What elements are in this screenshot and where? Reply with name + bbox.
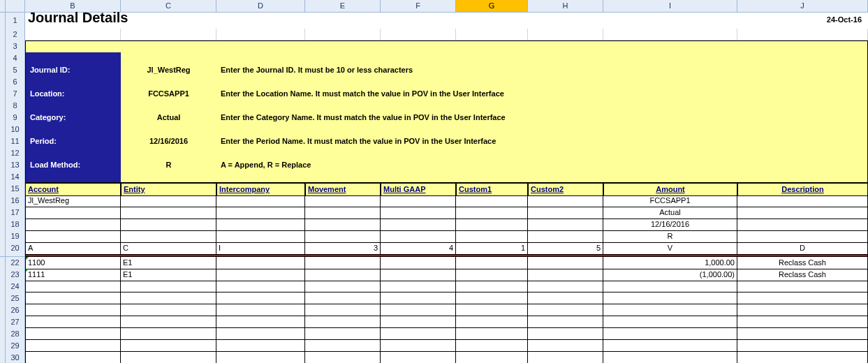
- cell-I22[interactable]: 1,000.00: [603, 257, 737, 269]
- row-30[interactable]: 30: [0, 352, 868, 363]
- cell-I19[interactable]: R: [603, 230, 737, 243]
- cell-J23[interactable]: Reclass Cash: [737, 269, 868, 281]
- cell-B22[interactable]: 1100: [25, 257, 121, 269]
- rowhdr-29[interactable]: 29: [6, 340, 25, 353]
- cell-I17[interactable]: Actual: [603, 207, 737, 219]
- row-16[interactable]: 16 Jl_WestReg FCCSAPP1: [0, 195, 868, 207]
- rowhdr-23[interactable]: 23: [6, 269, 25, 281]
- cell-C16[interactable]: [121, 195, 216, 207]
- row-3[interactable]: 3: [0, 40, 868, 52]
- row-15[interactable]: 15 Account Entity Intercompany Movement …: [0, 183, 868, 195]
- col-I[interactable]: I: [603, 0, 737, 13]
- row-22[interactable]: 22 1100 E1 1,000.00 Reclass Cash: [0, 257, 868, 269]
- row-1[interactable]: 1 Journal Details 24-Oct-16: [0, 12, 868, 29]
- load-method-value[interactable]: R: [121, 159, 216, 171]
- rowhdr-14[interactable]: 14: [6, 171, 25, 184]
- cell-J22[interactable]: Reclass Cash: [737, 257, 868, 269]
- rowhdr-4[interactable]: 4: [6, 52, 25, 65]
- col-G[interactable]: G: [456, 0, 528, 13]
- rowhdr-2[interactable]: 2: [6, 29, 25, 41]
- row-17[interactable]: 17 Actual: [0, 207, 868, 218]
- rowhdr-26[interactable]: 26: [6, 304, 25, 317]
- row-12[interactable]: 12: [0, 147, 868, 159]
- rowhdr-30[interactable]: 30: [6, 352, 25, 363]
- rowhdr-13[interactable]: 13: [6, 159, 25, 172]
- cell-B20[interactable]: A: [25, 242, 121, 255]
- row-5[interactable]: 5 Journal ID: Jl_WestReg Enter the Journ…: [0, 64, 868, 76]
- rowhdr-6[interactable]: 6: [6, 76, 25, 89]
- col-C[interactable]: C: [121, 0, 216, 13]
- cell-F16[interactable]: [381, 195, 456, 207]
- row-9[interactable]: 9 Category: Actual Enter the Category Na…: [0, 112, 868, 124]
- journal-id-value[interactable]: Jl_WestReg: [121, 64, 216, 76]
- location-value[interactable]: FCCSAPP1: [121, 88, 216, 100]
- cell-H20[interactable]: 5: [528, 242, 603, 255]
- rowhdr-16[interactable]: 16: [6, 195, 25, 207]
- rowhdr-3[interactable]: 3: [6, 40, 25, 53]
- row-26[interactable]: 26: [0, 304, 868, 316]
- row-29[interactable]: 29: [0, 340, 868, 352]
- col-D[interactable]: D: [216, 0, 305, 13]
- cell-F20[interactable]: 4: [381, 242, 456, 255]
- row-18[interactable]: 18 12/16/2016: [0, 218, 868, 230]
- cell-D16[interactable]: [216, 195, 305, 207]
- rowhdr-11[interactable]: 11: [6, 135, 25, 148]
- rowhdr-20[interactable]: 20: [6, 242, 25, 255]
- cell-E16[interactable]: [305, 195, 381, 207]
- col-J[interactable]: J: [737, 0, 868, 13]
- rowhdr-10[interactable]: 10: [6, 124, 25, 136]
- period-value[interactable]: 12/16/2016: [121, 135, 216, 147]
- cell-I20[interactable]: V: [603, 242, 737, 255]
- row-24[interactable]: 24: [0, 281, 868, 292]
- cell-B23[interactable]: 1111: [25, 269, 121, 281]
- row-20[interactable]: 20 A C I 3 4 1 5 V D: [0, 242, 868, 254]
- cell-I16[interactable]: FCCSAPP1: [603, 195, 737, 207]
- row-14[interactable]: 14: [0, 171, 868, 183]
- rowhdr-12[interactable]: 12: [6, 147, 25, 160]
- rowhdr-24[interactable]: 24: [6, 281, 25, 293]
- row-10[interactable]: 10: [0, 124, 868, 135]
- rowhdr-18[interactable]: 18: [6, 218, 25, 231]
- row-28[interactable]: 28: [0, 328, 868, 340]
- cell-C23[interactable]: E1: [121, 269, 216, 281]
- col-H[interactable]: H: [528, 0, 603, 13]
- rowhdr-27[interactable]: 27: [6, 316, 25, 329]
- cell-B16[interactable]: Jl_WestReg: [25, 195, 121, 207]
- rowhdr-15[interactable]: 15: [6, 183, 25, 195]
- cell-H16[interactable]: [528, 195, 603, 207]
- cell-J16[interactable]: [737, 195, 868, 207]
- col-F[interactable]: F: [381, 0, 456, 13]
- row-7[interactable]: 7 Location: FCCSAPP1 Enter the Location …: [0, 88, 868, 100]
- category-value[interactable]: Actual: [121, 112, 216, 124]
- rowhdr-9[interactable]: 9: [6, 112, 25, 124]
- rowhdr-19[interactable]: 19: [6, 230, 25, 243]
- row-6[interactable]: 6: [0, 76, 868, 88]
- col-E[interactable]: E: [305, 0, 381, 13]
- select-all-corner[interactable]: [0, 0, 6, 13]
- rowhdr-28[interactable]: 28: [6, 328, 25, 341]
- row-11[interactable]: 11 Period: 12/16/2016 Enter the Period N…: [0, 135, 868, 147]
- rowhdr-22[interactable]: 22: [6, 257, 25, 269]
- row-4[interactable]: 4: [0, 52, 868, 64]
- col-A[interactable]: [6, 0, 25, 13]
- cell-G20[interactable]: 1: [456, 242, 528, 255]
- spreadsheet[interactable]: B C D E F G H I J 1 Journal Details 24-O…: [0, 0, 868, 363]
- rowhdr-1[interactable]: 1: [6, 12, 25, 29]
- cell-E20[interactable]: 3: [305, 242, 381, 255]
- cell-G16[interactable]: [456, 195, 528, 207]
- row-2[interactable]: 2: [0, 29, 868, 40]
- rowhdr-5[interactable]: 5: [6, 64, 25, 77]
- row-23[interactable]: 23 1111 E1 (1,000.00) Reclass Cash: [0, 269, 868, 281]
- cell-D20[interactable]: I: [216, 242, 305, 255]
- cell-I23[interactable]: (1,000.00): [603, 269, 737, 281]
- row-8[interactable]: 8: [0, 100, 868, 112]
- rowhdr-25[interactable]: 25: [6, 292, 25, 305]
- rowhdr-7[interactable]: 7: [6, 88, 25, 101]
- cell-I18[interactable]: 12/16/2016: [603, 218, 737, 231]
- rowhdr-8[interactable]: 8: [6, 100, 25, 112]
- rowhdr-17[interactable]: 17: [6, 207, 25, 219]
- row-19[interactable]: 19 R: [0, 230, 868, 242]
- cell-C20[interactable]: C: [121, 242, 216, 255]
- row-13[interactable]: 13 Load Method: R A = Append, R = Replac…: [0, 159, 868, 171]
- row-25[interactable]: 25: [0, 292, 868, 304]
